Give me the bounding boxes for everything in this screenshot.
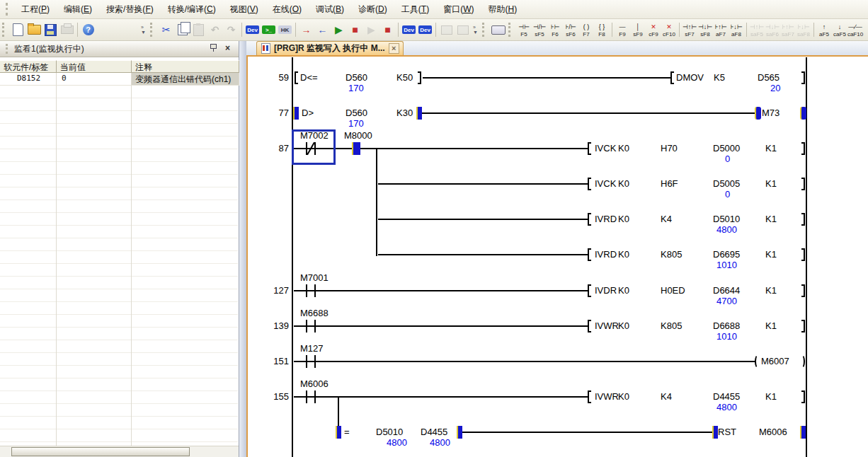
contact-bar[interactable] bbox=[306, 391, 307, 403]
contact-bar[interactable] bbox=[314, 284, 316, 297]
ladder-text-op[interactable]: M6007 bbox=[761, 356, 789, 367]
ladder-text-val[interactable]: 4800 bbox=[716, 224, 737, 236]
ladder-step-number[interactable]: 155 bbox=[256, 391, 289, 403]
ladder-text-op[interactable]: K4 bbox=[661, 391, 672, 403]
ladder-text-op[interactable]: IVCK bbox=[595, 143, 616, 154]
ladder-text-op[interactable]: K50 bbox=[396, 72, 413, 83]
ladder-text-op[interactable]: M73 bbox=[762, 108, 780, 119]
instruction-bracket[interactable] bbox=[801, 142, 805, 155]
ladder-text-lbl[interactable]: M7001 bbox=[300, 272, 329, 284]
ladder-text-op[interactable]: D5005 bbox=[713, 178, 740, 190]
contact-bar[interactable] bbox=[314, 355, 316, 368]
instruction-bracket[interactable] bbox=[801, 284, 805, 297]
ladder-text-op[interactable]: IVRD bbox=[595, 249, 617, 260]
instruction-bracket[interactable] bbox=[670, 71, 674, 84]
ladder-text-op[interactable]: K1 bbox=[765, 178, 777, 190]
ladder-text-op[interactable]: DMOV bbox=[676, 72, 704, 83]
ladder-text-op[interactable]: M6006 bbox=[759, 427, 787, 438]
instruction-bracket[interactable] bbox=[588, 284, 591, 297]
ladder-text-op[interactable]: K805 bbox=[661, 320, 682, 332]
ladder-text-val[interactable]: 1010 bbox=[716, 331, 737, 342]
ladder-step-number[interactable]: 127 bbox=[256, 285, 289, 296]
coil-paren[interactable] bbox=[799, 354, 805, 369]
instruction-bracket-energized[interactable] bbox=[457, 426, 462, 439]
ladder-step-number[interactable]: 59 bbox=[256, 72, 289, 83]
contact-energized[interactable] bbox=[352, 142, 360, 155]
ladder-text-op[interactable]: D5000 bbox=[713, 143, 740, 154]
ladder-text-lbl[interactable]: M6006 bbox=[300, 378, 329, 390]
ladder-text-val[interactable]: 20 bbox=[770, 83, 780, 94]
ladder-text-op[interactable]: K0 bbox=[618, 178, 629, 190]
ladder-text-op[interactable]: K1 bbox=[765, 320, 777, 332]
instruction-bracket[interactable] bbox=[588, 213, 591, 226]
instruction-bracket[interactable] bbox=[588, 142, 591, 155]
ladder-text-op[interactable]: K0 bbox=[618, 285, 629, 296]
contact-bar[interactable] bbox=[306, 320, 307, 332]
ladder-text-op[interactable]: D> bbox=[302, 108, 314, 119]
ladder-text-op[interactable]: K1 bbox=[765, 214, 777, 225]
ladder-step-number[interactable]: 139 bbox=[256, 320, 289, 332]
ladder-cursor-selection[interactable] bbox=[292, 129, 336, 165]
instruction-bracket[interactable] bbox=[418, 71, 421, 84]
instruction-bracket-energized[interactable] bbox=[293, 107, 299, 120]
instruction-bracket[interactable] bbox=[801, 391, 805, 403]
ladder-text-op[interactable]: D<= bbox=[300, 72, 318, 83]
instruction-bracket[interactable] bbox=[801, 213, 805, 226]
ladder-text-op[interactable]: H6F bbox=[661, 178, 678, 190]
instruction-bracket[interactable] bbox=[588, 248, 591, 261]
ladder-text-val[interactable]: 1010 bbox=[716, 260, 737, 271]
ladder-text-op[interactable]: D5010 bbox=[376, 427, 403, 438]
ladder-text-val[interactable]: 0 bbox=[725, 154, 730, 165]
ladder-text-op[interactable]: D5010 bbox=[713, 214, 740, 225]
instruction-bracket-energized[interactable] bbox=[416, 107, 422, 120]
ladder-text-op[interactable]: K1 bbox=[765, 285, 777, 296]
ladder-text-op[interactable]: K0 bbox=[618, 143, 629, 154]
ladder-text-op[interactable]: = bbox=[344, 427, 350, 438]
ladder-text-op[interactable]: D6695 bbox=[713, 249, 740, 260]
ladder-step-number[interactable]: 87 bbox=[256, 143, 289, 154]
contact-bar[interactable] bbox=[306, 284, 307, 297]
ladder-text-op[interactable]: IVDR bbox=[595, 285, 617, 296]
instruction-bracket[interactable] bbox=[801, 320, 805, 332]
instruction-bracket[interactable] bbox=[588, 391, 591, 403]
ladder-text-op[interactable]: K5 bbox=[714, 72, 725, 83]
coil-paren-energized[interactable] bbox=[755, 107, 761, 120]
contact-bar[interactable] bbox=[314, 391, 316, 403]
ladder-text-op[interactable]: IVCK bbox=[595, 178, 616, 190]
ladder-text-op[interactable]: H70 bbox=[661, 143, 678, 154]
ladder-text-val[interactable]: 170 bbox=[348, 118, 364, 129]
ladder-text-op[interactable]: D6644 bbox=[713, 285, 740, 296]
ladder-text-op[interactable]: H0ED bbox=[661, 285, 685, 296]
coil-paren[interactable] bbox=[755, 354, 761, 369]
ladder-text-op[interactable]: D560 bbox=[346, 108, 367, 119]
ladder-text-op[interactable]: K1 bbox=[765, 143, 777, 154]
instruction-bracket[interactable] bbox=[588, 320, 591, 332]
ladder-text-op[interactable]: K805 bbox=[661, 249, 682, 260]
ladder-step-number[interactable]: 151 bbox=[256, 356, 289, 367]
ladder-text-op[interactable]: K4 bbox=[661, 214, 672, 225]
ladder-text-val[interactable]: 170 bbox=[348, 83, 364, 94]
ladder-text-val[interactable]: 4800 bbox=[430, 437, 450, 449]
ladder-text-op[interactable]: IVWR bbox=[595, 391, 619, 403]
coil-paren-energized[interactable] bbox=[800, 107, 806, 120]
ladder-text-op[interactable]: D6688 bbox=[713, 320, 740, 332]
ladder-text-op[interactable]: D4455 bbox=[713, 391, 740, 403]
instruction-bracket-energized[interactable] bbox=[336, 426, 341, 439]
ladder-text-lbl[interactable]: M8000 bbox=[344, 130, 372, 141]
ladder-text-op[interactable]: RST bbox=[718, 427, 736, 438]
ladder-text-op[interactable]: K1 bbox=[765, 391, 777, 403]
ladder-text-val[interactable]: 4800 bbox=[716, 402, 737, 413]
contact-bar[interactable] bbox=[314, 320, 316, 332]
ladder-text-lbl[interactable]: M127 bbox=[300, 343, 324, 354]
instruction-bracket-energized[interactable] bbox=[712, 426, 718, 439]
instruction-bracket[interactable] bbox=[801, 178, 805, 190]
ladder-text-val[interactable]: 0 bbox=[725, 189, 730, 200]
ladder-text-op[interactable]: IVWR bbox=[595, 320, 619, 332]
ladder-text-op[interactable]: K30 bbox=[396, 108, 413, 119]
ladder-text-op[interactable]: D560 bbox=[346, 72, 367, 83]
ladder-text-op[interactable]: K0 bbox=[618, 214, 629, 225]
ladder-text-op[interactable]: K0 bbox=[618, 320, 629, 332]
ladder-text-op[interactable]: D565 bbox=[758, 72, 780, 83]
ladder-text-op[interactable]: D4455 bbox=[421, 427, 447, 438]
ladder-text-val[interactable]: 4700 bbox=[716, 296, 737, 307]
